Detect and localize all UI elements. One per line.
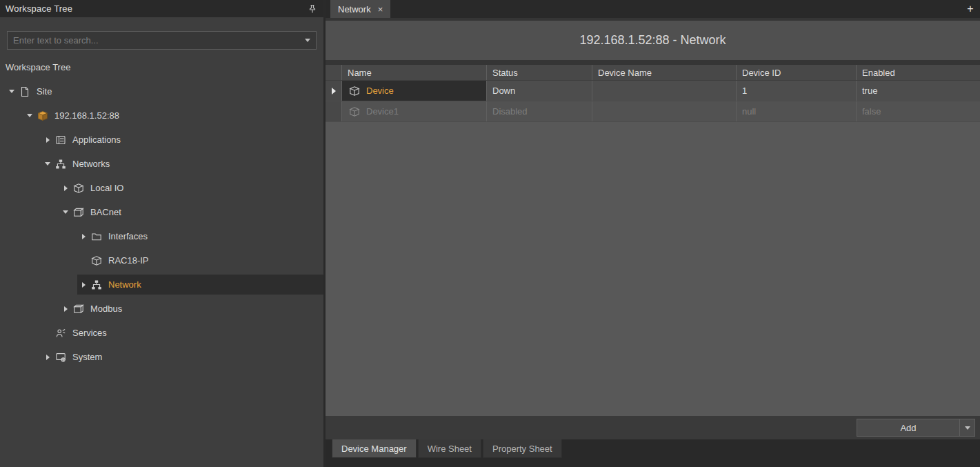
tree-item-label: Network bbox=[108, 279, 141, 290]
bottom-tabbar: Device ManagerWire SheetProperty Sheet bbox=[326, 439, 980, 467]
tab-label: Network bbox=[338, 4, 371, 14]
tree-item-label: Interfaces bbox=[108, 231, 148, 241]
network-icon bbox=[90, 279, 103, 290]
bottom-tab-property-sheet[interactable]: Property Sheet bbox=[483, 439, 562, 458]
bottom-tab-device-manager[interactable]: Device Manager bbox=[332, 439, 417, 458]
tree-item-services[interactable]: Services bbox=[0, 321, 323, 345]
cell-enabled: false bbox=[857, 101, 980, 121]
tree-item-interfaces[interactable]: Interfaces bbox=[0, 224, 323, 248]
device-name-label: Device1 bbox=[366, 106, 399, 117]
collapse-arrow-icon[interactable] bbox=[59, 210, 72, 214]
column-header-status[interactable]: Status bbox=[487, 65, 592, 80]
add-button-label: Add bbox=[857, 419, 959, 436]
tree-item-label: RAC18-IP bbox=[108, 255, 149, 266]
table-row-device[interactable]: DeviceDown1true bbox=[326, 81, 980, 101]
selector-column-header bbox=[326, 65, 342, 80]
tree-item-label: Site bbox=[37, 86, 52, 97]
cell-device-id: 1 bbox=[737, 81, 857, 101]
tree-item-network[interactable]: Network bbox=[0, 272, 323, 297]
expand-arrow-icon[interactable] bbox=[59, 186, 72, 191]
main-content: 192.168.1.52:88 - Network NameStatusDevi… bbox=[326, 18, 980, 439]
tree-item-label: Services bbox=[72, 328, 107, 338]
applications-icon bbox=[54, 135, 68, 146]
column-header-device-id[interactable]: Device ID bbox=[737, 65, 857, 80]
column-header-name[interactable]: Name bbox=[342, 65, 487, 80]
tree-item-label: BACnet bbox=[90, 207, 121, 217]
server-icon bbox=[36, 110, 50, 121]
tree-item-local-io[interactable]: Local IO bbox=[0, 176, 323, 200]
device-grid: NameStatusDevice NameDevice IDEnabled De… bbox=[326, 65, 980, 416]
folder-icon bbox=[90, 231, 103, 242]
cube-icon bbox=[72, 183, 86, 194]
add-dropdown-button[interactable] bbox=[959, 419, 974, 436]
page-title: 192.168.1.52:88 - Network bbox=[326, 21, 980, 60]
chevron-down-icon bbox=[305, 39, 310, 42]
network-icon bbox=[54, 159, 68, 170]
search-box bbox=[7, 31, 317, 50]
expand-arrow-icon[interactable] bbox=[77, 282, 90, 288]
cell-name[interactable]: Device bbox=[342, 81, 487, 101]
workspace-tree: Site192.168.1.52:88ApplicationsNetworksL… bbox=[0, 77, 323, 467]
device-name-label: Device bbox=[366, 86, 394, 96]
cube-icon bbox=[348, 106, 361, 117]
expand-arrow-icon[interactable] bbox=[41, 137, 54, 143]
grid-header: NameStatusDevice NameDevice IDEnabled bbox=[326, 65, 980, 81]
chevron-down-icon bbox=[965, 426, 970, 430]
bottom-tab-wire-sheet[interactable]: Wire Sheet bbox=[418, 439, 481, 458]
system-icon bbox=[54, 352, 68, 363]
add-button[interactable]: Add bbox=[857, 419, 975, 437]
tree-item-label: Modbus bbox=[90, 304, 122, 314]
tree-item-192-168-1-52-88[interactable]: 192.168.1.52:88 bbox=[0, 103, 323, 128]
workspace-tree-panel: Workspace Tree Workspace Tree Site192.16… bbox=[0, 0, 326, 467]
column-header-device-name[interactable]: Device Name bbox=[592, 65, 737, 80]
new-tab-button[interactable]: + bbox=[961, 0, 980, 18]
tree-item-applications[interactable]: Applications bbox=[0, 128, 323, 152]
collapse-arrow-icon[interactable] bbox=[23, 114, 36, 117]
expand-arrow-icon[interactable] bbox=[59, 306, 72, 312]
expand-arrow-icon[interactable] bbox=[41, 355, 54, 360]
collapse-arrow-icon[interactable] bbox=[6, 90, 18, 93]
tree-item-label: Networks bbox=[72, 159, 110, 169]
tree-item-system[interactable]: System bbox=[0, 345, 323, 369]
search-input[interactable] bbox=[8, 32, 299, 49]
tree-item-rac18-ip[interactable]: RAC18-IP bbox=[0, 248, 323, 272]
cube-icon bbox=[90, 255, 103, 266]
column-header-enabled[interactable]: Enabled bbox=[857, 65, 980, 80]
tab-network[interactable]: Network× bbox=[330, 0, 390, 18]
cell-status: Disabled bbox=[487, 101, 592, 121]
workspace-tree-panel-header: Workspace Tree bbox=[0, 0, 323, 17]
cell-device-name bbox=[592, 81, 737, 101]
grid-toolbar: Add bbox=[326, 416, 980, 439]
workspace-tree-panel-title: Workspace Tree bbox=[6, 3, 72, 14]
expand-arrow-icon[interactable] bbox=[77, 234, 90, 239]
table-row-device1[interactable]: Device1Disablednullfalse bbox=[326, 101, 980, 122]
tree-item-label: System bbox=[72, 352, 102, 362]
tree-section-label: Workspace Tree bbox=[0, 57, 323, 77]
collapse-arrow-icon[interactable] bbox=[41, 162, 54, 166]
cube-icon bbox=[348, 86, 361, 97]
cell-device-name bbox=[592, 101, 737, 121]
top-tabbar: Network×+ bbox=[326, 0, 980, 18]
cell-enabled: true bbox=[857, 81, 980, 101]
current-row-arrow-icon bbox=[332, 88, 336, 95]
row-selector-active[interactable] bbox=[326, 81, 342, 101]
app-window: Workspace Tree Workspace Tree Site192.16… bbox=[0, 0, 980, 467]
search-dropdown-button[interactable] bbox=[299, 32, 316, 49]
folder3d-icon bbox=[72, 304, 86, 315]
grid-body: DeviceDown1trueDevice1Disablednullfalse bbox=[326, 81, 980, 122]
grid-empty-area bbox=[326, 122, 980, 416]
tree-item-label: Local IO bbox=[90, 183, 123, 193]
row-selector[interactable] bbox=[326, 101, 342, 121]
tree-item-label: 192.168.1.52:88 bbox=[54, 110, 119, 121]
tree-item-networks[interactable]: Networks bbox=[0, 152, 323, 176]
tree-item-modbus[interactable]: Modbus bbox=[0, 297, 323, 321]
cell-name[interactable]: Device1 bbox=[342, 101, 487, 121]
cell-device-id: null bbox=[737, 101, 857, 121]
cell-status: Down bbox=[487, 81, 592, 101]
tree-item-bacnet[interactable]: BACnet bbox=[0, 200, 323, 224]
main-panel: Network×+ 192.168.1.52:88 - Network Name… bbox=[326, 0, 980, 467]
pin-icon[interactable] bbox=[307, 3, 318, 14]
search-row bbox=[7, 31, 317, 50]
tree-item-site[interactable]: Site bbox=[0, 79, 323, 103]
close-icon[interactable]: × bbox=[378, 5, 383, 14]
